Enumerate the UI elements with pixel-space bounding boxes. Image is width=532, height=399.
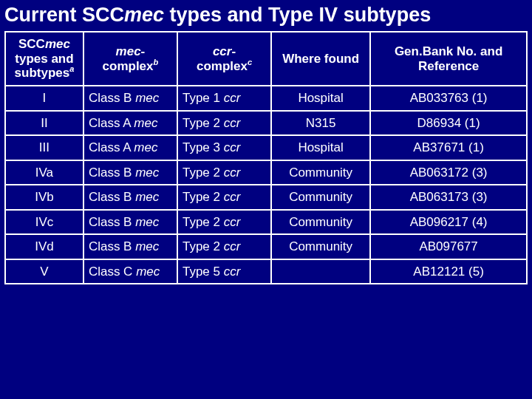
cell-type: IVc	[5, 210, 83, 235]
title-pre: Current SCC	[4, 4, 124, 26]
header-where: Where found	[271, 32, 370, 86]
cell-mec-complex: Class B mec	[83, 234, 177, 259]
table-row: VClass C mecType 5 ccrAB12121 (5)	[5, 259, 527, 284]
cell-ccr-complex: Type 2 ccr	[177, 234, 271, 259]
cell-type: III	[5, 135, 83, 160]
cell-ccr-complex: Type 2 ccr	[177, 185, 271, 210]
cell-where: Community	[271, 234, 370, 259]
cell-type: IVa	[5, 160, 83, 185]
title-mec: mec	[124, 4, 164, 26]
cell-ref: AB063173 (3)	[370, 185, 527, 210]
cell-where: Hospital	[271, 86, 370, 111]
cell-ccr-complex: Type 3 ccr	[177, 135, 271, 160]
cell-where: Community	[271, 160, 370, 185]
table-row: IVaClass B mecType 2 ccrCommunityAB06317…	[5, 160, 527, 185]
cell-mec-complex: Class B mec	[83, 210, 177, 235]
cell-mec-complex: Class B mec	[83, 86, 177, 111]
table-row: IVbClass B mecType 2 ccrCommunityAB06317…	[5, 185, 527, 210]
cell-type: I	[5, 86, 83, 111]
cell-ref: AB096217 (4)	[370, 210, 527, 235]
cell-ref: D86934 (1)	[370, 111, 527, 136]
cell-where: N315	[271, 111, 370, 136]
cell-type: IVb	[5, 185, 83, 210]
cell-mec-complex: Class A mec	[83, 135, 177, 160]
cell-type: II	[5, 111, 83, 136]
header-mec-complex: mec- complexb	[83, 32, 177, 86]
cell-where: Community	[271, 210, 370, 235]
cell-type: IVd	[5, 234, 83, 259]
cell-mec-complex: Class B mec	[83, 185, 177, 210]
header-types: SCCmec types and subtypesa	[5, 32, 83, 86]
header-row: SCCmec types and subtypesa mec- complexb…	[5, 32, 527, 86]
cell-where: Community	[271, 185, 370, 210]
cell-mec-complex: Class C mec	[83, 259, 177, 284]
cell-where: Hospital	[271, 135, 370, 160]
title-post: types and Type IV subtypes	[164, 4, 431, 26]
table-row: IVdClass B mecType 2 ccrCommunityAB09767…	[5, 234, 527, 259]
header-ref: Gen.Bank No. and Reference	[370, 32, 527, 86]
cell-ccr-complex: Type 2 ccr	[177, 111, 271, 136]
cell-mec-complex: Class B mec	[83, 160, 177, 185]
cell-type: V	[5, 259, 83, 284]
cell-ccr-complex: Type 5 ccr	[177, 259, 271, 284]
cell-where	[271, 259, 370, 284]
page-title: Current SCCmec types and Type IV subtype…	[4, 3, 528, 27]
cell-ref: AB063172 (3)	[370, 160, 527, 185]
header-ccr-complex: ccr- complexc	[177, 32, 271, 86]
cell-ref: AB033763 (1)	[370, 86, 527, 111]
table-row: IIClass A mecType 2 ccrN315D86934 (1)	[5, 111, 527, 136]
cell-ccr-complex: Type 1 ccr	[177, 86, 271, 111]
cell-ref: AB37671 (1)	[370, 135, 527, 160]
cell-ccr-complex: Type 2 ccr	[177, 160, 271, 185]
cell-mec-complex: Class A mec	[83, 111, 177, 136]
cell-ccr-complex: Type 2 ccr	[177, 210, 271, 235]
table-row: IIIClass A mecType 3 ccrHospitalAB37671 …	[5, 135, 527, 160]
table-row: IVcClass B mecType 2 ccrCommunityAB09621…	[5, 210, 527, 235]
table-row: IClass B mecType 1 ccrHospitalAB033763 (…	[5, 86, 527, 111]
types-table: SCCmec types and subtypesa mec- complexb…	[4, 31, 528, 284]
cell-ref: AB12121 (5)	[370, 259, 527, 284]
cell-ref: AB097677	[370, 234, 527, 259]
